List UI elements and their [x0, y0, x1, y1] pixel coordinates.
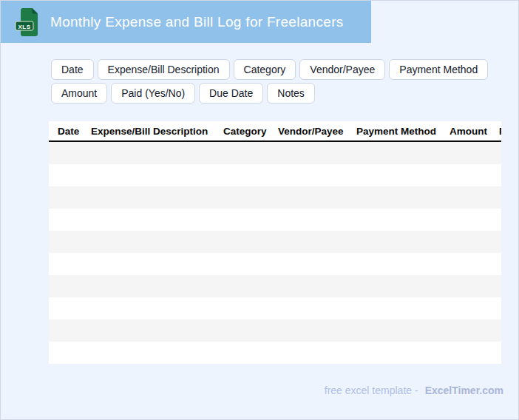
column-header: Amount [450, 126, 499, 137]
field-chip[interactable]: Due Date [199, 83, 263, 104]
table-row [49, 342, 501, 364]
column-header: Category [223, 126, 278, 137]
table-row [49, 297, 501, 319]
column-header: Paid (Yes/No) [499, 126, 501, 137]
field-chip[interactable]: Paid (Yes/No) [111, 83, 195, 104]
table-row [49, 253, 501, 275]
footer-brand-link[interactable]: ExcelTimer.com [425, 385, 503, 396]
column-header: Date [58, 126, 91, 137]
xls-file-icon: XLS [15, 7, 40, 37]
field-chip[interactable]: Date [51, 59, 94, 80]
title-bar: XLS Monthly Expense and Bill Log for Fre… [1, 1, 371, 43]
table-row [49, 275, 501, 297]
chip-row-2: AmountPaid (Yes/No)Due DateNotes [51, 83, 495, 104]
page-title: Monthly Expense and Bill Log for Freelan… [50, 14, 344, 30]
table-row [49, 142, 501, 164]
xls-icon-label: XLS [18, 23, 30, 30]
footer: free excel template -ExcelTimer.com [325, 383, 503, 398]
table-row [49, 231, 501, 253]
field-chip[interactable]: Category [234, 59, 296, 80]
field-chips: DateExpense/Bill DescriptionCategoryVend… [51, 59, 495, 106]
table-row [49, 164, 501, 186]
field-chip[interactable]: Expense/Bill Description [98, 59, 230, 80]
chip-row-1: DateExpense/Bill DescriptionCategoryVend… [51, 59, 495, 80]
column-header: Expense/Bill Description [91, 126, 223, 137]
column-header: Payment Method [356, 126, 450, 137]
table-body [49, 142, 501, 364]
page: XLS Monthly Expense and Bill Log for Fre… [0, 0, 519, 420]
preview-table: DateExpense/Bill DescriptionCategoryVend… [49, 121, 501, 365]
field-chip[interactable]: Payment Method [389, 59, 488, 80]
table-row [49, 319, 501, 342]
column-header: Vendor/Payee [278, 126, 356, 137]
field-chip[interactable]: Notes [267, 83, 315, 104]
table-row [49, 186, 501, 209]
field-chip[interactable]: Vendor/Payee [299, 59, 385, 80]
field-chip[interactable]: Amount [51, 83, 107, 104]
table-header-row: DateExpense/Bill DescriptionCategoryVend… [49, 121, 501, 142]
footer-text: free excel template - [325, 385, 418, 396]
table-row [49, 209, 501, 231]
